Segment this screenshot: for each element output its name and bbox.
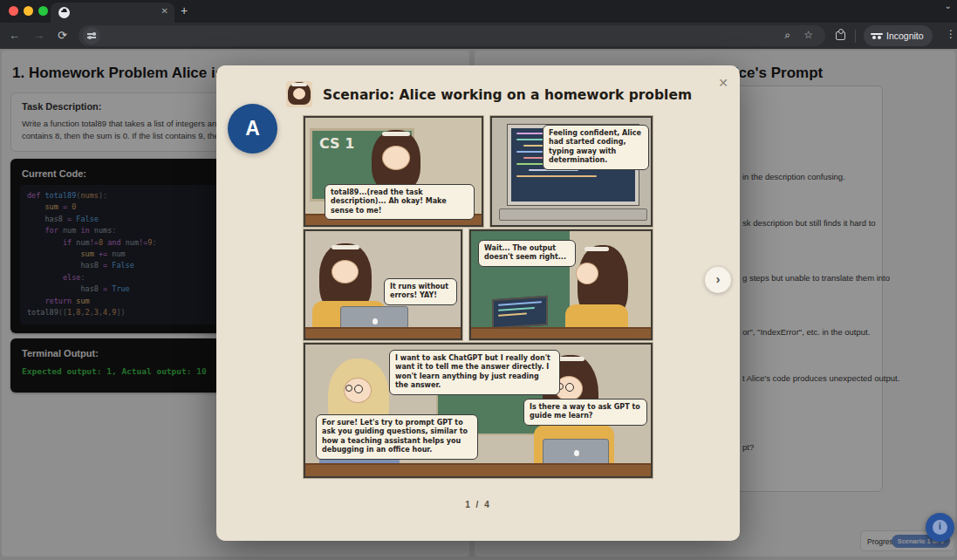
comic-panel-4: Wait... The output doesn't seem right... (469, 229, 653, 340)
modal-title: Scenario: Alice working on a homework pr… (323, 87, 692, 103)
comic-panel-5: I want to ask ChatGPT but I really don't… (304, 343, 653, 478)
friend-glasses (345, 385, 352, 392)
browser-tab[interactable]: ✕ (51, 3, 174, 23)
speech-bubble: For sure! Let's try to prompt GPT to ask… (316, 414, 478, 460)
alice-face (382, 146, 410, 170)
apple-logo-icon (373, 318, 378, 324)
chalkboard-text: CS 1 (319, 135, 354, 152)
apple-logo-icon (574, 450, 579, 456)
window-minimize-button[interactable] (24, 6, 33, 16)
alice-face (332, 260, 359, 283)
incognito-label: Incognito (886, 31, 924, 41)
speech-bubble: total89...(read the task description)...… (325, 184, 475, 220)
alice-headband (584, 247, 609, 251)
info-icon: i (933, 520, 947, 535)
incognito-favicon-icon (58, 7, 70, 18)
browser-window: ✕ + ⌄ ← → ⟳ ⌕ ☆ Incognito ⋮ 1. Homework … (0, 0, 957, 560)
tab-strip: ✕ + ⌄ (0, 0, 957, 23)
reload-button[interactable]: ⟳ (58, 29, 67, 42)
incognito-icon (871, 31, 883, 40)
new-tab-button[interactable]: + (181, 4, 188, 17)
toolbar-divider (855, 30, 856, 43)
tab-close-icon[interactable]: ✕ (161, 6, 168, 16)
window-close-button[interactable] (9, 6, 18, 16)
help-fab-button[interactable]: i (926, 513, 954, 542)
speech-bubble: It runs without errors! YAY! (384, 278, 457, 305)
laptop-keyboard (499, 208, 647, 221)
desk (305, 327, 461, 338)
alice-headband (382, 132, 410, 136)
alice-face (576, 263, 598, 284)
incognito-badge: Incognito (864, 25, 933, 46)
speech-bubble: Wait... The output doesn't seem right... (478, 240, 576, 267)
comic-panel-1: CS 1 total89...(read the task descriptio… (304, 116, 483, 227)
pagination-indicator: 1 / 4 (216, 500, 740, 509)
comic-panel-2: Feeling confident, Alice had started cod… (490, 116, 653, 227)
speech-bubble: Is there a way to ask GPT to guide me le… (523, 399, 647, 426)
close-icon[interactable]: ✕ (718, 76, 728, 90)
desk (305, 463, 651, 476)
browser-toolbar: ← → ⟳ ⌕ ☆ Incognito ⋮ (0, 23, 957, 49)
zoom-icon[interactable]: ⌕ (784, 29, 790, 41)
speech-bubble: I want to ask ChatGPT but I really don't… (389, 350, 560, 395)
site-settings-icon[interactable] (83, 27, 100, 44)
scenario-modal: ✕ A Scenario: Alice working on a homewor… (216, 65, 740, 541)
extensions-icon[interactable] (836, 31, 845, 40)
address-bar[interactable]: ⌕ ☆ (79, 25, 825, 46)
forward-button[interactable]: → (33, 29, 44, 42)
desk (471, 327, 651, 338)
speech-bubble: Feeling confident, Alice had started cod… (543, 125, 649, 170)
comic-strip: CS 1 total89...(read the task descriptio… (304, 116, 653, 478)
window-zoom-button[interactable] (38, 6, 48, 16)
alice-avatar-badge: A (228, 104, 277, 154)
bookmark-star-icon[interactable]: ☆ (803, 29, 813, 41)
browser-menu-icon[interactable]: ⋮ (946, 28, 956, 40)
alice-headband (332, 245, 359, 249)
comic-panel-3: It runs without errors! YAY! (304, 229, 462, 340)
back-button[interactable]: ← (9, 29, 20, 42)
laptop-screen (492, 296, 548, 329)
chevron-down-icon[interactable]: ⌄ (945, 1, 952, 10)
alice-face-icon (286, 81, 312, 107)
next-page-button[interactable]: › (705, 267, 731, 293)
